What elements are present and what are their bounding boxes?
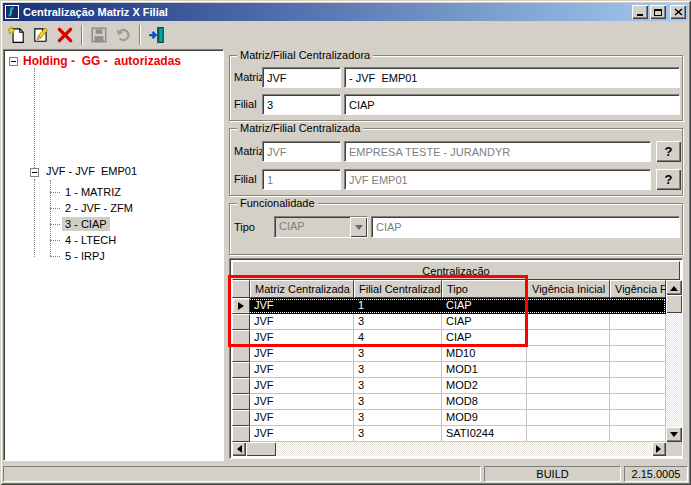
- cell-vigencia-inicial[interactable]: [527, 314, 610, 330]
- horizontal-scrollbar[interactable]: [232, 442, 666, 456]
- cell-filial[interactable]: 3: [354, 410, 442, 426]
- cell-tipo[interactable]: CIAP: [442, 314, 527, 330]
- centralizadora-matriz-code-input[interactable]: [262, 67, 341, 88]
- centralizadora-filial-code-input[interactable]: [262, 94, 341, 115]
- tree-child[interactable]: 5 - IRPJ: [6, 248, 221, 264]
- cell-vigencia-inicial[interactable]: [527, 330, 610, 346]
- scroll-right-button[interactable]: [652, 442, 666, 456]
- cell-matriz[interactable]: JVF: [250, 410, 354, 426]
- tree-parent-collapse-icon[interactable]: [30, 168, 39, 177]
- delete-button[interactable]: [53, 23, 77, 46]
- cell-tipo[interactable]: CIAP: [442, 298, 527, 314]
- grid-row[interactable]: JVF 3 MOD8: [232, 394, 666, 410]
- cell-vigencia-final[interactable]: [610, 426, 666, 442]
- cell-filial[interactable]: 3: [354, 346, 442, 362]
- grid-row[interactable]: JVF 1 CIAP: [232, 298, 666, 314]
- grid-row[interactable]: JVF 3 MOD9: [232, 410, 666, 426]
- cell-tipo[interactable]: MOD2: [442, 378, 527, 394]
- centralizada-filial-desc-input[interactable]: [344, 169, 651, 190]
- horizontal-scrollbar-thumb[interactable]: [246, 442, 276, 456]
- cell-vigencia-inicial[interactable]: [527, 426, 610, 442]
- grid-column-header[interactable]: Vigência Inicial: [527, 280, 610, 298]
- matriz-lookup-button[interactable]: ?: [656, 141, 681, 162]
- tipo-combobox-button[interactable]: [350, 217, 367, 237]
- tree-child[interactable]: 3 - CIAP: [6, 216, 221, 232]
- tipo-combobox[interactable]: CIAP: [274, 216, 368, 238]
- cell-matriz[interactable]: JVF: [250, 346, 354, 362]
- cell-vigencia-inicial[interactable]: [527, 410, 610, 426]
- cell-vigencia-final[interactable]: [610, 378, 666, 394]
- cell-tipo[interactable]: MOD8: [442, 394, 527, 410]
- centralizadora-filial-desc-input[interactable]: [344, 94, 680, 115]
- edit-button[interactable]: [29, 23, 53, 46]
- cell-filial[interactable]: 3: [354, 362, 442, 378]
- tree-node-label[interactable]: 3 - CIAP: [62, 217, 110, 231]
- tree-child[interactable]: 1 - MATRIZ: [6, 184, 221, 200]
- scroll-up-button[interactable]: [666, 280, 682, 295]
- save-button[interactable]: [87, 23, 111, 46]
- grid-row[interactable]: JVF 3 SATI0244: [232, 426, 666, 442]
- cell-vigencia-final[interactable]: [610, 298, 666, 314]
- grid-column-header[interactable]: Tipo: [442, 280, 527, 298]
- vertical-scrollbar[interactable]: [666, 280, 682, 442]
- tree-node-label[interactable]: 5 - IRPJ: [62, 249, 108, 263]
- cell-vigencia-inicial[interactable]: [527, 298, 610, 314]
- minimize-button[interactable]: [632, 5, 648, 19]
- grid-column-header[interactable]: Filial Centralizada: [354, 280, 442, 298]
- cell-vigencia-final[interactable]: [610, 346, 666, 362]
- cell-tipo[interactable]: SATI0244: [442, 426, 527, 442]
- exit-button[interactable]: [145, 23, 169, 46]
- tree-node-label[interactable]: 2 - JVF - ZFM: [62, 201, 136, 215]
- cell-tipo[interactable]: CIAP: [442, 330, 527, 346]
- cell-filial[interactable]: 1: [354, 298, 442, 314]
- cell-filial[interactable]: 3: [354, 314, 442, 330]
- grid-row[interactable]: JVF 3 MOD2: [232, 378, 666, 394]
- cell-vigencia-inicial[interactable]: [527, 378, 610, 394]
- cell-filial[interactable]: 4: [354, 330, 442, 346]
- cell-matriz[interactable]: JVF: [250, 394, 354, 410]
- filial-lookup-button[interactable]: ?: [656, 169, 681, 190]
- close-button[interactable]: [670, 5, 686, 19]
- centralizadora-matriz-desc-input[interactable]: [344, 67, 680, 88]
- cell-tipo[interactable]: MOD9: [442, 410, 527, 426]
- cell-filial[interactable]: 3: [354, 378, 442, 394]
- cell-matriz[interactable]: JVF: [250, 362, 354, 378]
- cell-vigencia-final[interactable]: [610, 362, 666, 378]
- vertical-scrollbar-track[interactable]: [666, 313, 682, 427]
- centralizada-filial-code-input[interactable]: [262, 169, 341, 190]
- cell-vigencia-final[interactable]: [610, 394, 666, 410]
- grid-row[interactable]: JVF 3 MD10: [232, 346, 666, 362]
- scroll-left-button[interactable]: [232, 442, 246, 456]
- cell-tipo[interactable]: MD10: [442, 346, 527, 362]
- cell-vigencia-final[interactable]: [610, 410, 666, 426]
- tree-child[interactable]: 2 - JVF - ZFM: [6, 200, 221, 216]
- titlebar[interactable]: Centralização Matriz X Filial: [3, 3, 688, 21]
- grid-column-header[interactable]: Matriz Centralizada: [250, 280, 354, 298]
- tree-root-node[interactable]: Holding - GG - autorizadas: [23, 54, 181, 68]
- tree-parent-node[interactable]: JVF - JVF EMP01: [44, 164, 139, 178]
- cell-matriz[interactable]: JVF: [250, 426, 354, 442]
- cell-filial[interactable]: 3: [354, 394, 442, 410]
- cell-matriz[interactable]: JVF: [250, 378, 354, 394]
- new-button[interactable]: [5, 23, 29, 46]
- centralizada-matriz-code-input[interactable]: [262, 141, 341, 162]
- undo-button[interactable]: [111, 23, 135, 46]
- cell-vigencia-inicial[interactable]: [527, 394, 610, 410]
- cell-filial[interactable]: 3: [354, 426, 442, 442]
- cell-tipo[interactable]: MOD1: [442, 362, 527, 378]
- centralizada-matriz-desc-input[interactable]: [344, 141, 651, 162]
- scroll-down-button[interactable]: [666, 427, 682, 442]
- tree-node-label[interactable]: 1 - MATRIZ: [62, 185, 124, 199]
- cell-matriz[interactable]: JVF: [250, 314, 354, 330]
- grid-row[interactable]: JVF 3 MOD1: [232, 362, 666, 378]
- maximize-button[interactable]: [650, 5, 666, 19]
- tree-child[interactable]: 4 - LTECH: [6, 232, 221, 248]
- grid-row[interactable]: JVF 4 CIAP: [232, 330, 666, 346]
- grid-row[interactable]: JVF 3 CIAP: [232, 314, 666, 330]
- vertical-scrollbar-thumb[interactable]: [666, 295, 682, 313]
- horizontal-scrollbar-track[interactable]: [276, 442, 652, 456]
- cell-vigencia-inicial[interactable]: [527, 362, 610, 378]
- tipo-desc-input[interactable]: [371, 216, 680, 238]
- cell-vigencia-inicial[interactable]: [527, 346, 610, 362]
- cell-vigencia-final[interactable]: [610, 330, 666, 346]
